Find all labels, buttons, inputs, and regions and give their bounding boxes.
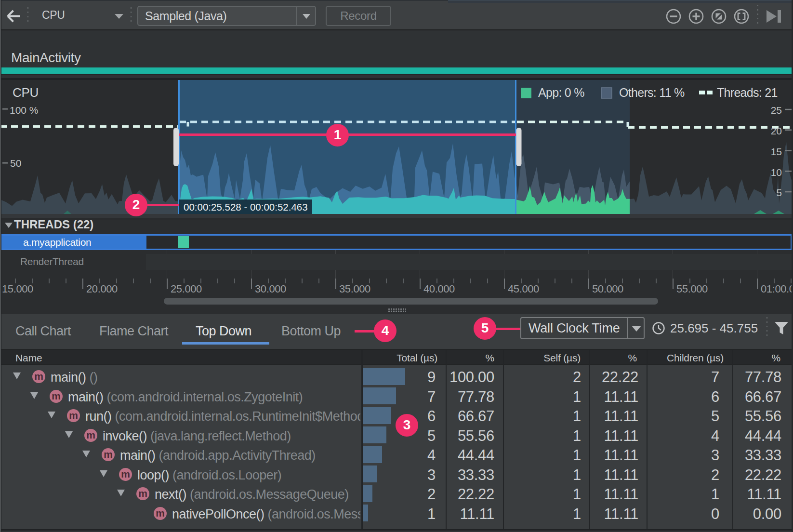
svg-text:Others: 11 %: Others: 11 %	[619, 86, 685, 99]
svg-text:Threads: 21: Threads: 21	[717, 86, 778, 99]
svg-text:50: 50	[10, 158, 21, 169]
svg-text:App: 0 %: App: 0 %	[538, 86, 584, 99]
svg-text:25: 25	[771, 105, 782, 116]
svg-text:15: 15	[771, 146, 782, 157]
svg-text:100 %: 100 %	[10, 105, 39, 116]
svg-text:20: 20	[771, 125, 782, 136]
svg-text:CPU: CPU	[13, 85, 39, 100]
svg-text:5: 5	[776, 187, 782, 198]
svg-text:10: 10	[771, 167, 782, 178]
svg-text:00:00:25.528 - 00:00:52.463: 00:00:25.528 - 00:00:52.463	[184, 201, 308, 213]
